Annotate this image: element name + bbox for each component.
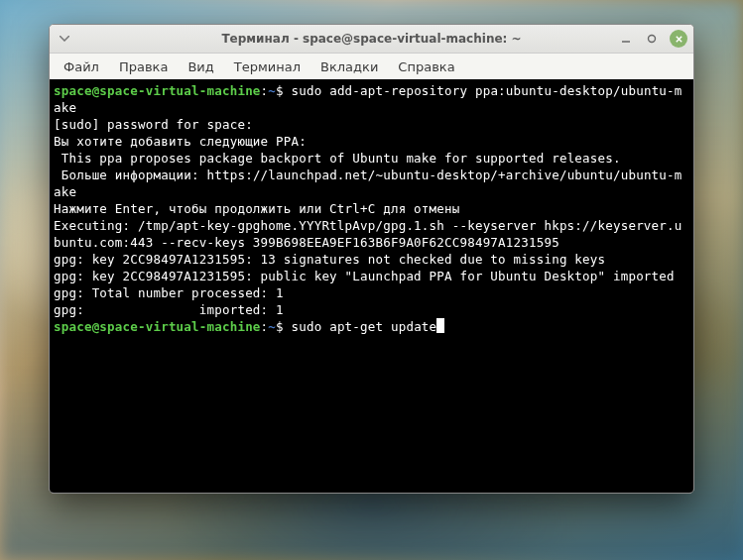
chevron-down-icon (60, 36, 69, 42)
prompt-path: ~ (268, 83, 276, 98)
terminal-line: space@space-virtual-machine:~$ sudo apt-… (54, 318, 689, 335)
terminal-window: Терминал - space@space-virtual-machine: … (49, 24, 694, 494)
window-menu-button[interactable] (56, 30, 73, 48)
terminal-line: gpg: key 2CC98497A1231595: public key "L… (54, 268, 689, 284)
terminal-line: Больше информации: https://launchpad.net… (54, 167, 689, 200)
prompt-symbol: $ (276, 319, 284, 334)
terminal-line: Вы хотите добавить следующие PPA: (54, 133, 689, 150)
cursor (436, 318, 444, 333)
terminal-line: gpg: imported: 1 (54, 301, 689, 318)
terminal-line: space@space-virtual-machine:~$ sudo add-… (54, 82, 689, 116)
maximize-button[interactable] (644, 31, 660, 47)
minimize-button[interactable] (618, 31, 634, 47)
window-title: Терминал - space@space-virtual-machine: … (50, 32, 693, 46)
close-icon (675, 35, 683, 44)
prompt-path: ~ (268, 319, 276, 334)
terminal-line: [sudo] password for space: (54, 116, 689, 133)
maximize-icon (647, 34, 657, 44)
terminal-line: gpg: key 2CC98497A1231595: 13 signatures… (54, 251, 689, 268)
menu-view[interactable]: Вид (178, 56, 223, 78)
window-titlebar[interactable]: Терминал - space@space-virtual-machine: … (50, 25, 693, 54)
prompt-user: space@space-virtual-machine (54, 319, 261, 334)
prompt-symbol: $ (276, 83, 284, 98)
close-button[interactable] (670, 30, 687, 48)
command-text: sudo apt-get update (284, 319, 437, 334)
window-controls (618, 30, 687, 48)
svg-point-1 (649, 36, 656, 43)
minimize-icon (621, 34, 631, 44)
terminal-line: Executing: /tmp/apt-key-gpghome.YYYRtlpA… (54, 217, 689, 251)
terminal-line: gpg: Total number processed: 1 (54, 284, 689, 301)
menu-tabs[interactable]: Вкладки (310, 56, 388, 78)
menu-edit[interactable]: Правка (109, 56, 178, 78)
prompt-user: space@space-virtual-machine (54, 83, 261, 98)
terminal-area[interactable]: space@space-virtual-machine:~$ sudo add-… (50, 79, 693, 493)
menubar: Файл Правка Вид Терминал Вкладки Справка (50, 54, 693, 79)
terminal-line: Нажмите Enter, чтобы продолжить или Ctrl… (54, 200, 689, 217)
terminal-line: This ppa proposes package backport of Ub… (54, 150, 689, 167)
menu-terminal[interactable]: Терминал (224, 56, 310, 78)
menu-file[interactable]: Файл (54, 56, 109, 78)
menu-help[interactable]: Справка (388, 56, 464, 78)
